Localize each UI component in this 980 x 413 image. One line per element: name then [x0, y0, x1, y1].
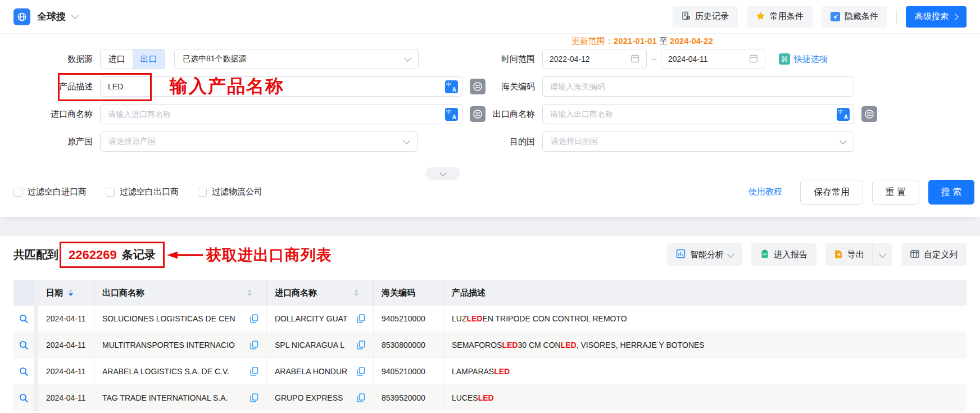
chevron-down-icon	[879, 251, 886, 258]
chevron-down-icon	[404, 55, 411, 62]
checkbox-filter-blank-importer[interactable]: 过滤空白进口商	[13, 187, 87, 197]
report-icon	[760, 249, 769, 260]
collapse-form-button[interactable]	[425, 167, 460, 180]
enter-report-button[interactable]: 进入报告	[751, 243, 816, 266]
cell-description: LAMPARAS LED	[444, 358, 967, 384]
header-exporter[interactable]: 出口商名称	[94, 280, 267, 306]
history-button[interactable]: 历史记录	[673, 6, 738, 28]
importer-input[interactable]	[100, 104, 462, 124]
copy-icon[interactable]	[250, 393, 258, 402]
row-search-icon[interactable]	[13, 385, 38, 411]
section-gap	[0, 217, 980, 236]
synonym-match-icon[interactable]	[861, 106, 877, 122]
annotation-arrow-icon	[167, 250, 203, 260]
sort-icon[interactable]	[69, 289, 73, 296]
matched-prefix: 共匹配到	[13, 247, 58, 262]
cell-hs-code: 9405210000	[374, 306, 444, 332]
results-section: 共匹配到 2262269 条记录 获取进出口商列表 智能分析	[0, 236, 980, 413]
chevron-down-icon[interactable]	[71, 12, 79, 19]
cell-description: LUZ LED EN TRIPODE CON CONTROL REMOTO	[444, 306, 967, 332]
copy-icon[interactable]	[357, 341, 365, 350]
star-icon	[756, 11, 765, 22]
quick-options-button[interactable]: ⌘ 快捷选项	[779, 53, 828, 65]
header-description: 产品描述	[444, 280, 967, 306]
dest-country-label: 目的国	[446, 137, 542, 147]
translate-icon[interactable]: 中A	[837, 108, 850, 121]
import-toggle[interactable]: 进口	[101, 49, 133, 69]
table-row: 2024-04-11TAG TRADE INTERNATIONAL S.A.GR…	[13, 385, 967, 411]
table-row: 2024-04-11SOLUCIONES LOGISTICAS DE CENDO…	[13, 306, 967, 332]
copy-icon[interactable]	[357, 393, 365, 402]
datasource-select[interactable]: 已选中81个数据源	[174, 49, 419, 69]
hide-conditions-button[interactable]: 隐藏条件	[822, 6, 887, 28]
copy-icon[interactable]	[357, 367, 365, 376]
annotation-product-note: 输入产品名称	[170, 74, 284, 99]
sort-icon[interactable]	[247, 289, 252, 296]
search-form: 数据源 进口 出口 已选中81个数据源 产品描述 中A 进口商名称 中A	[0, 34, 980, 217]
header-date[interactable]: 日期	[38, 280, 94, 306]
bi-chart-icon	[676, 249, 686, 260]
copy-icon[interactable]	[250, 314, 258, 323]
reset-button[interactable]: 重 置	[872, 180, 919, 205]
row-search-icon[interactable]	[13, 332, 38, 358]
update-range: 更新范围：2021-01-01 至 2024-04-22	[571, 36, 713, 47]
app-logo-icon	[13, 8, 30, 25]
export-toggle[interactable]: 出口	[133, 49, 165, 69]
cell-description: SEMAFOROS LED 30 CM CON LED, VISORES, HE…	[444, 332, 967, 358]
export-button[interactable]: 导出	[825, 249, 872, 260]
checkbox-filter-blank-exporter[interactable]: 过滤空白出口商	[106, 187, 179, 197]
cell-hs-code: 8530800000	[374, 332, 444, 358]
collapse-icon	[831, 12, 840, 21]
cell-date: 2024-04-11	[38, 332, 94, 358]
date-to-input[interactable]: 2024-04-11	[661, 49, 765, 69]
table-row: 2024-04-11ARABELA LOGISTICS S.A. DE C.V.…	[13, 358, 967, 385]
matched-records: 共匹配到 2262269 条记录 获取进出口商列表	[13, 242, 332, 268]
copy-icon[interactable]	[250, 367, 258, 376]
export-options-button[interactable]	[873, 253, 892, 257]
command-icon: ⌘	[779, 53, 790, 65]
sort-icon[interactable]	[354, 289, 359, 296]
header-importer[interactable]: 进口商名称	[267, 280, 374, 306]
hs-code-input[interactable]	[542, 76, 854, 97]
cell-date: 2024-04-11	[38, 358, 94, 384]
checkbox-icon	[198, 188, 207, 197]
cell-importer: GRUPO EXPRESS	[267, 385, 374, 411]
cell-hs-code: 9405210000	[374, 358, 444, 384]
exporter-input[interactable]	[542, 104, 854, 124]
save-favorite-button[interactable]: 保存常用	[800, 180, 863, 205]
dest-country-select[interactable]: 请选择目的国	[542, 131, 854, 152]
smart-analysis-button[interactable]: 智能分析	[667, 243, 742, 266]
checkbox-icon	[13, 188, 22, 197]
filter-checkboxes: 过滤空白进口商 过滤空白出口商 过滤物流公司	[13, 187, 262, 197]
search-button[interactable]: 搜 索	[928, 180, 974, 205]
chevron-down-icon	[840, 137, 847, 144]
origin-country-select[interactable]: 请选择原产国	[100, 131, 418, 152]
divider	[896, 10, 897, 24]
table-row: 2024-04-11MULTITRANSPORTES INTERNACIOSPL…	[13, 332, 967, 358]
origin-country-label: 原产国	[0, 137, 100, 147]
cell-importer: DOLLARCITY GUAT	[267, 306, 374, 332]
tutorial-link[interactable]: 使用教程	[748, 187, 782, 197]
favorites-button[interactable]: 常用条件	[747, 6, 813, 28]
custom-columns-button[interactable]: 自定义列	[901, 243, 967, 266]
cell-description: LUCES LED	[444, 385, 967, 411]
history-icon	[682, 11, 691, 22]
cell-exporter: SOLUCIONES LOGISTICAS DE CEN	[94, 306, 267, 332]
row-search-icon[interactable]	[13, 358, 38, 384]
checkbox-filter-logistics[interactable]: 过滤物流公司	[198, 187, 262, 197]
cell-date: 2024-04-11	[38, 385, 94, 411]
copy-icon[interactable]	[357, 314, 365, 323]
copy-icon[interactable]	[250, 341, 258, 350]
annotation-records-note: 获取进出口商列表	[206, 245, 332, 265]
date-from-input[interactable]: 2022-04-12	[542, 49, 647, 69]
advanced-search-button[interactable]: 高级搜索	[906, 6, 967, 28]
chevron-down-icon	[439, 169, 447, 176]
page-title: 全球搜	[37, 10, 66, 23]
chevron-down-icon	[727, 251, 734, 258]
chevron-right-icon	[952, 13, 958, 20]
header-hs-code: 海关编码	[374, 280, 444, 306]
trade-type-toggle: 进口 出口	[100, 49, 165, 69]
cell-date: 2024-04-11	[38, 306, 94, 332]
row-search-icon[interactable]	[13, 306, 38, 332]
topbar: 全球搜 历史记录 常用条件	[0, 0, 980, 34]
